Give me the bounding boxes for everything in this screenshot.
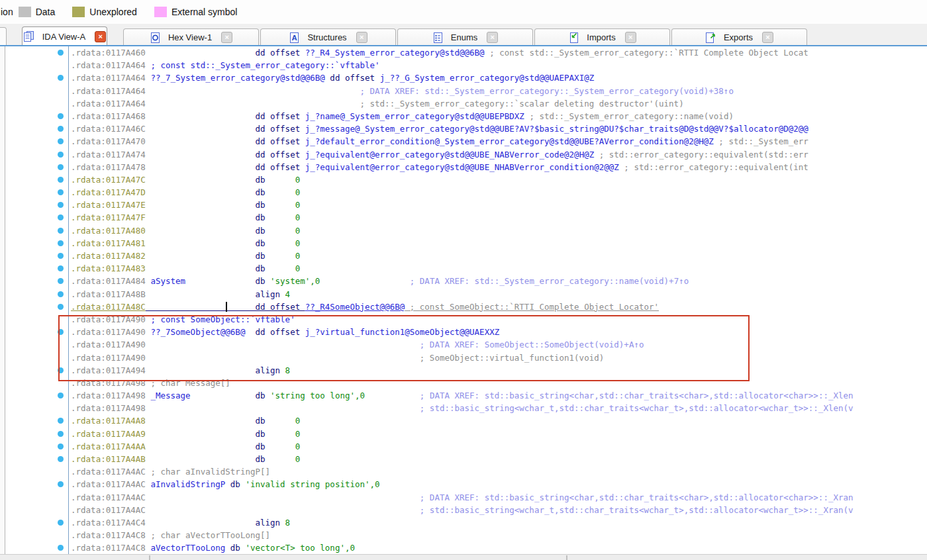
disasm-line[interactable]: .rdata:0117A481 db 0 [0,237,927,250]
disasm-line[interactable]: .rdata:0117A4AA db 0 [0,440,927,453]
nav-dot-icon [58,456,64,462]
disasm-line[interactable]: .rdata:0117A4A8 db 0 [0,414,927,427]
tab-hex-view-1[interactable]: Hex View-1 × [123,28,259,46]
legend-label: Data [36,7,56,17]
disasm-line[interactable]: .rdata:0117A498 _Message db 'string too … [0,389,927,402]
disasm-line[interactable]: .rdata:0117A4C8 ; char aVectorTTooLong[] [0,529,927,541]
nav-dot-icon [58,126,64,132]
disasm-line[interactable]: .rdata:0117A4C4 align 8 [0,516,927,529]
disasm-line[interactable]: .rdata:0117A460 dd offset ??_R4_System_e… [0,46,927,59]
nav-dot-icon [58,520,64,526]
tab-label: Hex View-1 [168,32,212,42]
enums-icon [432,32,443,43]
nav-dot-icon [58,113,64,119]
data-color-swatch [19,7,31,17]
disasm-line[interactable]: .rdata:0117A48C dd offset ??_R4SomeObjec… [0,301,927,313]
disasm-line[interactable]: .rdata:0117A464 ; const std::_System_err… [0,59,927,71]
disasm-line[interactable]: .rdata:0117A468 dd offset j_?name@_Syste… [0,110,927,122]
tab-exports[interactable]: Exports × [671,28,807,46]
tab-stub [0,27,7,46]
disasm-lines: .rdata:0117A460 dd offset ??_R4_System_e… [0,46,927,555]
tab-label: Enums [451,32,477,42]
disasm-line[interactable]: .rdata:0117A46C dd offset j_?message@_Sy… [0,122,927,135]
disasm-line[interactable]: .rdata:0117A4AC ; DATA XREF: std::basic_… [0,491,927,504]
exports-icon [705,32,716,43]
legend-label: External symbol [171,7,238,17]
bottom-scroll-strip[interactable] [0,554,927,560]
nav-dot-icon [58,214,64,220]
tab-label: Structures [307,32,346,42]
tab-enums[interactable]: Enums × [397,28,533,46]
svg-text:A: A [292,34,297,41]
disasm-line[interactable]: .rdata:0117A490 ; const SomeObject::`vft… [0,313,927,326]
nav-dot-icon [58,177,64,183]
disasm-line[interactable]: .rdata:0117A47D db 0 [0,186,927,199]
nav-dot-icon [58,393,64,398]
disasm-line[interactable]: .rdata:0117A483 db 0 [0,262,927,275]
unexplored-color-swatch [72,7,85,17]
disasm-line[interactable]: .rdata:0117A4AC ; std::basic_string<wcha… [0,504,927,516]
nav-dot-icon [58,329,64,335]
close-icon[interactable]: × [221,32,232,43]
nav-dot-icon [58,265,64,271]
disasm-line[interactable]: .rdata:0117A490 ; DATA XREF: SomeObject:… [0,338,927,351]
disasm-line[interactable]: .rdata:0117A490 ; SomeObject::virtual_fu… [0,351,927,364]
nav-dot-icon [58,152,64,158]
disasm-line[interactable]: .rdata:0117A4A9 db 0 [0,428,927,440]
tab-imports[interactable]: Imports × [534,28,670,46]
scroll-strip-tick [149,555,150,560]
disasm-line[interactable]: .rdata:0117A484 aSystem db 'system',0 ; … [0,275,927,287]
disasm-line[interactable]: .rdata:0117A464 ; std::_System_error_cat… [0,97,927,110]
scroll-strip-tick [566,555,567,560]
disasm-line[interactable]: .rdata:0117A47E db 0 [0,199,927,211]
disasm-line[interactable]: .rdata:0117A4AB db 0 [0,453,927,465]
nav-dot-icon [58,443,64,449]
nav-dot-icon [58,50,64,56]
disasm-line[interactable]: .rdata:0117A4AC aInvalidStringP db 'inva… [0,478,927,490]
disasm-line[interactable]: .rdata:0117A47F db 0 [0,211,927,224]
disasm-line[interactable]: .rdata:0117A470 dd offset j_?default_err… [0,135,927,148]
disasm-line[interactable]: .rdata:0117A4C8 aVectorTTooLong db 'vect… [0,541,927,554]
disasm-line[interactable]: .rdata:0117A464 ; DATA XREF: std::_Syste… [0,85,927,97]
legend-bar: ion Data Unexplored External symbol [0,0,927,24]
tab-label: Exports [724,32,753,42]
nav-dot-icon [58,75,64,81]
structures-icon: A [289,32,299,43]
legend-item-unexplored: Unexplored [72,7,137,17]
tab-bar: IDA View-A × Hex View-1 × A Structures ×… [0,24,927,45]
close-icon[interactable]: × [762,32,773,43]
nav-dot-icon [58,291,64,297]
tab-ida-view-a[interactable]: IDA View-A × [22,26,107,46]
ida-view-icon [23,31,34,42]
disasm-line[interactable]: .rdata:0117A47C db 0 [0,173,927,186]
disasm-line[interactable]: .rdata:0117A498 ; char Message[] [0,377,927,389]
nav-dot-icon [58,545,64,551]
nav-dot-icon [58,304,64,310]
disasm-line[interactable]: .rdata:0117A482 db 0 [0,250,927,262]
disasm-line[interactable]: .rdata:0117A494 align 8 [0,364,927,377]
tab-label: IDA View-A [42,32,86,42]
disasm-line[interactable]: .rdata:0117A498 ; std::basic_string<wcha… [0,402,927,414]
disasm-line[interactable]: .rdata:0117A480 db 0 [0,224,927,237]
close-icon[interactable]: × [487,32,498,43]
nav-dot-icon [58,189,64,195]
nav-dot-icon [58,431,64,437]
close-icon[interactable]: × [625,32,636,43]
nav-dot-icon [58,278,64,284]
disasm-line[interactable]: .rdata:0117A464 ??_7_System_error_catego… [0,71,927,84]
disasm-line[interactable]: .rdata:0117A48B align 4 [0,288,927,301]
tab-structures[interactable]: A Structures × [260,28,396,46]
nav-dot-icon [58,240,64,246]
nav-dot-icon [58,202,64,208]
hex-view-icon [150,32,160,43]
close-icon[interactable]: × [356,32,367,43]
disasm-line[interactable]: .rdata:0117A474 dd offset j_?equivalent@… [0,148,927,161]
external-symbol-color-swatch [154,7,167,17]
close-icon[interactable]: × [95,31,106,42]
nav-dot-icon [58,228,64,234]
disasm-line[interactable]: .rdata:0117A490 ??_7SomeObject@@6B@ dd o… [0,326,927,338]
nav-dot-icon [58,253,64,259]
disasm-line[interactable]: .rdata:0117A4AC ; char aInvalidStringP[] [0,465,927,478]
nav-dot-icon [58,138,64,144]
disasm-line[interactable]: .rdata:0117A478 dd offset j_?equivalent@… [0,161,927,173]
